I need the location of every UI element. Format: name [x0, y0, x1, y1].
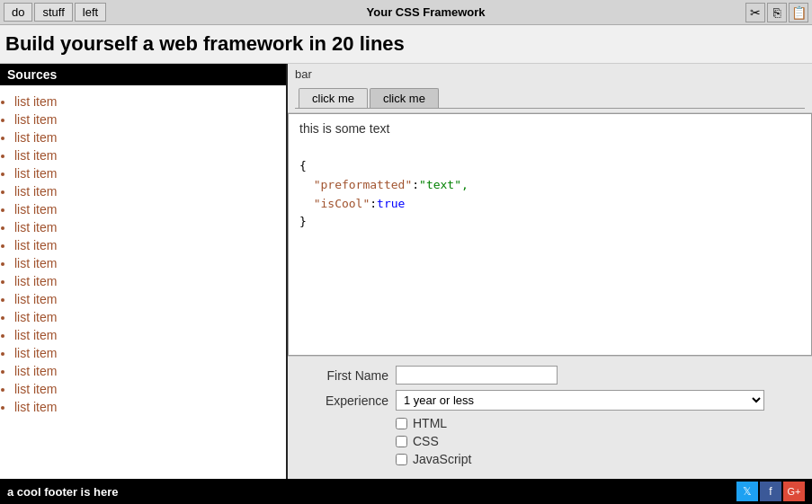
list-item: list item — [14, 200, 272, 218]
googleplus-button[interactable]: G+ — [783, 482, 805, 501]
tab-button-2[interactable]: click me — [370, 88, 439, 108]
list-item: list item — [14, 111, 272, 128]
bar-label: bar — [295, 67, 805, 81]
list-item: list item — [14, 93, 272, 111]
list-item: list item — [14, 398, 272, 416]
html-checkbox[interactable] — [396, 418, 407, 429]
close-brace: } — [299, 215, 307, 228]
footer-text: a cool footer is here — [7, 485, 735, 499]
cut-icon[interactable]: ✂ — [745, 3, 765, 22]
list-item: list item — [14, 344, 272, 362]
pre-val-2: true — [377, 197, 405, 210]
list-item: list item — [14, 146, 272, 164]
list-item: list item — [14, 308, 272, 326]
some-text: this is some text — [299, 121, 800, 136]
tab-button-1[interactable]: click me — [299, 88, 368, 108]
css-checkbox-row: CSS — [299, 434, 801, 448]
list-item: list item — [14, 254, 272, 272]
content-area: bar click me click me this is some text … — [288, 64, 812, 479]
first-name-row: First Name — [299, 366, 801, 385]
list-item: list item — [14, 128, 272, 146]
first-name-input[interactable] — [396, 366, 558, 385]
css-checkbox-label: CSS — [413, 434, 439, 448]
toolbar-left-button[interactable]: left — [75, 3, 106, 22]
toolbar-do-button[interactable]: do — [4, 3, 32, 22]
js-checkbox[interactable] — [396, 454, 407, 465]
list-item: list item — [14, 272, 272, 290]
toolbar-stuff-button[interactable]: stuff — [34, 3, 72, 22]
list-item: list item — [14, 236, 272, 254]
sidebar-list: list itemlist itemlist itemlist itemlist… — [0, 85, 286, 479]
js-checkbox-row: JavaScript — [299, 452, 801, 466]
experience-label: Experience — [299, 393, 388, 408]
tabs-row: click me click me — [295, 84, 805, 109]
copy-icon[interactable]: ⎘ — [767, 3, 787, 22]
list-item: list item — [14, 164, 272, 182]
text-area: this is some text { "preformatted":"text… — [288, 113, 812, 356]
html-checkbox-label: HTML — [413, 416, 447, 430]
facebook-button[interactable]: f — [760, 482, 781, 501]
html-checkbox-row: HTML — [299, 416, 801, 430]
paste-icon[interactable]: 📋 — [789, 3, 808, 22]
pre-val-1: "text", — [419, 178, 468, 191]
experience-row: Experience 1 year or less2-3 years4-6 ye… — [299, 390, 801, 411]
list-item: list item — [14, 218, 272, 236]
form-section: First Name Experience 1 year or less2-3 … — [288, 356, 812, 479]
toolbar: do stuff left Your CSS Framework ✂ ⎘ 📋 — [0, 0, 812, 25]
list-item: list item — [14, 362, 272, 380]
twitter-button[interactable]: 𝕏 — [736, 482, 758, 501]
page-title: Build yourself a web framework in 20 lin… — [0, 25, 812, 64]
experience-select[interactable]: 1 year or less2-3 years4-6 years7+ years — [396, 390, 764, 411]
sidebar: Sources list itemlist itemlist itemlist … — [0, 64, 288, 479]
preformatted-block: { "preformatted":"text", "isCool":true } — [299, 157, 800, 232]
css-checkbox[interactable] — [396, 436, 407, 447]
pre-key-2: "isCool" — [314, 197, 370, 210]
js-checkbox-label: JavaScript — [413, 452, 471, 466]
list-item: list item — [14, 326, 272, 344]
toolbar-title: Your CSS Framework — [108, 5, 744, 19]
list-item: list item — [14, 290, 272, 308]
list-item: list item — [14, 380, 272, 398]
main-container: Sources list itemlist itemlist itemlist … — [0, 64, 812, 479]
pre-key-1: "preformatted" — [314, 178, 413, 191]
list-item: list item — [14, 182, 272, 200]
footer: a cool footer is here 𝕏 f G+ — [0, 479, 812, 504]
bar-section: bar click me click me — [288, 64, 812, 113]
open-brace: { — [299, 159, 307, 172]
first-name-label: First Name — [299, 368, 388, 383]
sidebar-header: Sources — [0, 64, 286, 85]
